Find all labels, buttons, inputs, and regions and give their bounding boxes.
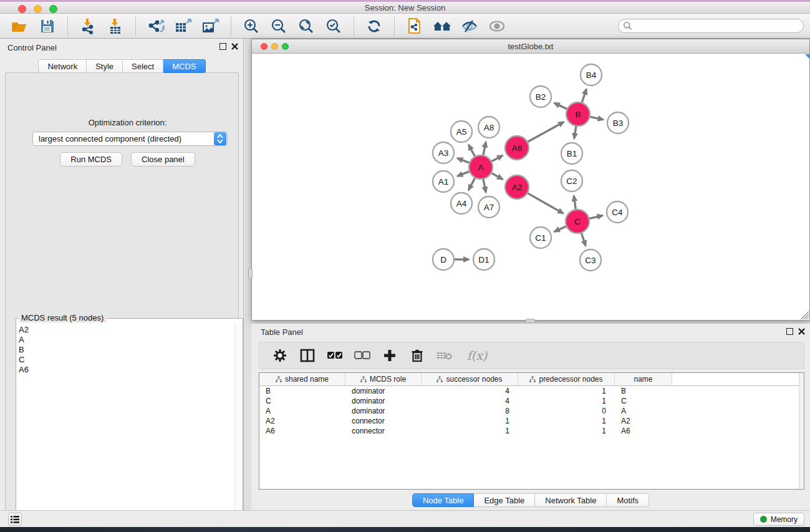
cell-shared-name[interactable]: B <box>259 387 345 395</box>
cell-name[interactable]: A2 <box>615 417 672 425</box>
import-network-button[interactable] <box>74 16 102 37</box>
edge-A-A8[interactable] <box>483 142 486 157</box>
close-window-button[interactable] <box>18 5 26 13</box>
split-divider-handle-left[interactable] <box>248 268 253 279</box>
cell-shared-name[interactable]: A <box>259 407 345 415</box>
graph-node-C2[interactable]: C2 <box>561 170 582 191</box>
zoom-window-button[interactable] <box>49 5 57 13</box>
graph-node-A[interactable]: A <box>469 155 493 179</box>
column-header-name[interactable]: name <box>615 373 672 385</box>
split-divider-handle-bottom[interactable] <box>526 319 535 323</box>
edge-C-C3[interactable] <box>581 232 586 246</box>
task-history-button[interactable] <box>8 513 22 526</box>
graph-node-B2[interactable]: B2 <box>530 86 551 107</box>
close-panel-button[interactable]: Close panel <box>131 152 195 167</box>
select-all-columns-button[interactable] <box>325 346 344 365</box>
float-panel-icon[interactable] <box>219 43 226 50</box>
show-graphics-details-button[interactable] <box>483 16 511 37</box>
graph-node-D1[interactable]: D1 <box>473 249 494 270</box>
zoom-in-button[interactable] <box>238 16 265 37</box>
graph-node-A4[interactable]: A4 <box>451 193 472 214</box>
save-session-button[interactable] <box>34 16 61 37</box>
hide-graphics-details-button[interactable] <box>456 16 483 37</box>
cell-shared-name[interactable]: C <box>259 397 345 405</box>
table-row[interactable]: A6connector11A6 <box>259 426 804 436</box>
edge-A-A2[interactable] <box>491 173 503 180</box>
zoom-fit-button[interactable] <box>292 16 320 37</box>
show-column-button[interactable] <box>298 346 317 365</box>
column-header-shared-name[interactable]: shared name <box>259 373 345 385</box>
graph-node-C1[interactable]: C1 <box>530 227 551 248</box>
mcds-result-item[interactable]: A <box>19 335 234 345</box>
cell-successor-nodes[interactable]: 4 <box>422 397 518 405</box>
column-header-successor-nodes[interactable]: successor nodes <box>422 373 518 385</box>
delete-table-button[interactable] <box>435 346 454 365</box>
column-header-predecessor-nodes[interactable]: predecessor nodes <box>518 373 615 385</box>
unselect-all-columns-button[interactable] <box>353 346 372 365</box>
cell-shared-name[interactable]: A6 <box>259 427 345 435</box>
mcds-result-item[interactable]: B <box>19 345 234 355</box>
tab-network-table[interactable]: Network Table <box>535 493 607 507</box>
edge-A-A1[interactable] <box>457 171 470 176</box>
network-minimize-button[interactable] <box>271 43 278 50</box>
tab-select[interactable]: Select <box>123 59 163 73</box>
cell-successor-nodes[interactable]: 4 <box>422 387 518 395</box>
export-network-button[interactable] <box>142 16 170 37</box>
graph-node-B1[interactable]: B1 <box>561 143 582 164</box>
edge-A-A4[interactable] <box>468 177 475 190</box>
edge-A-A5[interactable] <box>468 145 475 157</box>
network-close-button[interactable] <box>261 43 268 50</box>
edge-C-C1[interactable] <box>554 226 567 231</box>
edge-A-A3[interactable] <box>457 158 470 163</box>
graph-node-C3[interactable]: C3 <box>580 249 601 271</box>
edge-A6-B[interactable] <box>527 122 564 143</box>
search-input[interactable] <box>618 19 804 33</box>
function-builder-button[interactable]: f(x) <box>463 346 491 365</box>
edge-C-C4[interactable] <box>589 215 603 218</box>
edge-C-C2[interactable] <box>574 196 576 210</box>
export-image-button[interactable] <box>197 16 224 37</box>
graph-node-A7[interactable]: A7 <box>478 196 499 218</box>
graph-node-D[interactable]: D <box>433 249 454 270</box>
cell-name[interactable]: B <box>615 387 672 395</box>
table-row[interactable]: Cdominator41C <box>259 396 804 406</box>
titlebar[interactable]: Session: New Session <box>0 2 810 14</box>
table-row[interactable]: Adominator80A <box>259 406 804 416</box>
cell-predecessor-nodes[interactable]: 0 <box>518 407 615 415</box>
cell-shared-name[interactable]: A2 <box>259 417 345 425</box>
table-row[interactable]: Bdominator41B <box>259 386 804 396</box>
graph-node-B4[interactable]: B4 <box>581 64 602 85</box>
edge-A-A6[interactable] <box>491 155 503 162</box>
edge-B-B1[interactable] <box>574 125 576 139</box>
column-header-mcds-role[interactable]: MCDS role <box>345 373 422 385</box>
tab-style[interactable]: Style <box>87 59 123 73</box>
memory-button[interactable]: Memory <box>753 513 804 526</box>
graph-node-B[interactable]: B <box>566 102 590 126</box>
network-window-titlebar[interactable]: testGlobe.txt <box>252 39 809 54</box>
import-table-button[interactable] <box>102 16 129 37</box>
graph-node-C4[interactable]: C4 <box>607 201 628 223</box>
graph-node-A5[interactable]: A5 <box>451 121 472 142</box>
tab-mcds[interactable]: MCDS <box>163 59 205 73</box>
edge-B-B3[interactable] <box>589 117 604 120</box>
cell-mcds-role[interactable]: dominator <box>345 407 422 415</box>
tab-edge-table[interactable]: Edge Table <box>474 493 535 507</box>
network-zoom-button[interactable] <box>282 43 289 50</box>
edge-B-B2[interactable] <box>554 103 568 109</box>
mcds-result-item[interactable]: A6 <box>19 365 234 375</box>
cell-successor-nodes[interactable]: 1 <box>422 417 518 425</box>
edge-A-A7[interactable] <box>483 178 486 193</box>
graph-node-A6[interactable]: A6 <box>505 136 529 160</box>
zoom-selected-button[interactable] <box>320 16 347 37</box>
refresh-layout-button[interactable] <box>360 16 388 37</box>
home-button[interactable] <box>428 16 456 37</box>
graph-node-B3[interactable]: B3 <box>607 112 629 133</box>
mcds-result-list[interactable]: A2ABCA6 <box>17 323 234 532</box>
network-resize-grip[interactable] <box>801 311 809 319</box>
float-table-panel-icon[interactable] <box>786 328 793 335</box>
close-table-panel-icon[interactable] <box>798 328 805 335</box>
cell-name[interactable]: A <box>615 407 672 415</box>
add-column-button[interactable] <box>380 346 399 365</box>
close-panel-icon[interactable] <box>231 43 238 50</box>
graph-node-A3[interactable]: A3 <box>433 142 454 163</box>
